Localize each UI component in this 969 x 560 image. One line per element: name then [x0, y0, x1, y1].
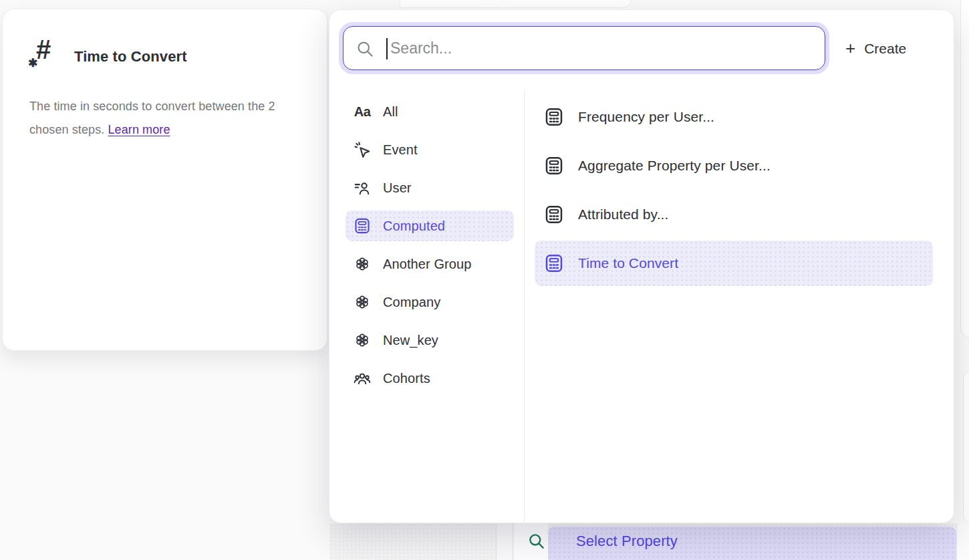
background-divider	[493, 0, 494, 1]
category-computed[interactable]: Computed	[345, 211, 514, 241]
category-cohorts[interactable]: Cohorts	[345, 363, 514, 394]
calculator-icon	[544, 204, 564, 225]
strip-column	[956, 523, 969, 560]
select-property-field[interactable]: Select Property	[548, 527, 956, 560]
background-divider	[483, 0, 484, 1]
result-frequency-per-user[interactable]: Frequency per User...	[535, 101, 933, 133]
numeric-property-icon: # ✱	[28, 37, 63, 75]
category-user[interactable]: User	[345, 172, 514, 203]
select-property-label: Select Property	[576, 533, 678, 550]
category-all[interactable]: Aa All	[345, 96, 514, 127]
group-flower-icon	[354, 293, 371, 311]
tooltip-description: The time in seconds to convert between t…	[29, 95, 297, 142]
category-company[interactable]: Company	[345, 287, 514, 317]
background-divider	[503, 0, 504, 1]
property-selector-popover: + Create Aa All Event	[329, 9, 954, 523]
plus-icon: +	[845, 39, 855, 57]
calculator-icon	[544, 107, 564, 127]
category-event[interactable]: Event	[345, 134, 514, 165]
learn-more-link[interactable]: Learn more	[108, 123, 170, 136]
search-input[interactable]	[343, 27, 825, 69]
screen: Select Property # ✱ Time to Convert The …	[0, 0, 969, 560]
category-list: Aa All Event	[345, 96, 514, 401]
group-flower-icon	[354, 331, 371, 349]
calculator-icon	[354, 217, 371, 235]
result-list: Frequency per User... Aggregate Property…	[535, 101, 933, 303]
property-tooltip-card: # ✱ Time to Convert The time in seconds …	[2, 9, 327, 351]
background-card-edge	[963, 372, 969, 523]
category-new-key[interactable]: New_key	[345, 325, 514, 356]
background-card-edge	[960, 0, 969, 338]
strip-column	[496, 523, 513, 560]
create-button[interactable]: + Create	[845, 37, 906, 61]
result-time-to-convert[interactable]: Time to Convert	[535, 241, 933, 286]
background-panel-edge	[400, 0, 632, 8]
calculator-icon	[544, 253, 564, 273]
user-icon	[354, 179, 371, 196]
query-builder-strip: Select Property	[329, 523, 969, 560]
result-aggregate-property-per-user[interactable]: Aggregate Property per User...	[535, 150, 933, 182]
create-button-label: Create	[864, 41, 906, 57]
search-icon	[527, 532, 545, 550]
tooltip-title: Time to Convert	[74, 48, 187, 65]
vertical-divider	[524, 90, 525, 524]
calculator-icon	[544, 156, 564, 176]
group-flower-icon	[354, 255, 371, 273]
search-field[interactable]	[343, 26, 825, 70]
result-attributed-by[interactable]: Attributed by...	[535, 198, 933, 231]
category-another-group[interactable]: Another Group	[345, 249, 514, 279]
cohorts-people-icon	[354, 370, 371, 387]
text-aa-icon: Aa	[354, 103, 371, 120]
event-cursor-icon	[354, 141, 371, 158]
